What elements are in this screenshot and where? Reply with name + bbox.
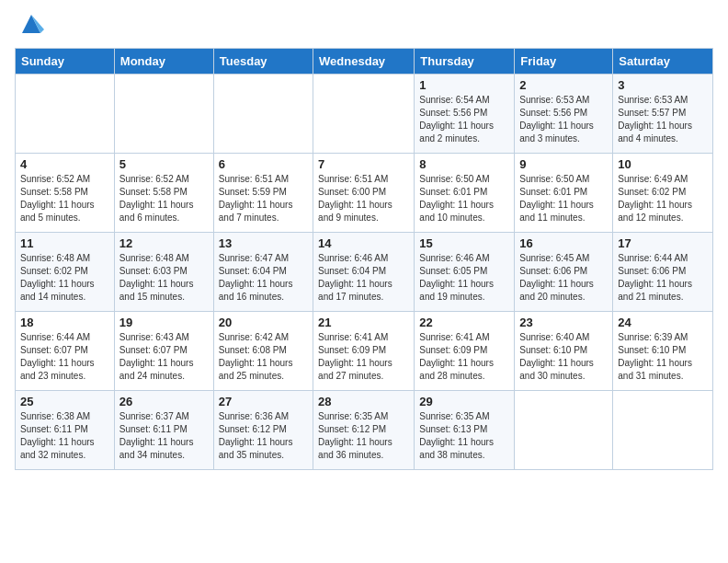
day-number: 29	[419, 395, 509, 408]
day-of-week-wednesday: Wednesday	[313, 49, 415, 75]
calendar-cell: 25Sunrise: 6:38 AM Sunset: 6:11 PM Dayli…	[16, 391, 115, 470]
day-number: 26	[119, 395, 209, 408]
logo-icon	[18, 11, 44, 37]
day-info: Sunrise: 6:52 AM Sunset: 5:58 PM Dayligh…	[119, 173, 209, 224]
day-number: 5	[119, 157, 209, 171]
day-number: 14	[318, 236, 409, 250]
calendar-week-row: 25Sunrise: 6:38 AM Sunset: 6:11 PM Dayli…	[16, 391, 713, 470]
day-of-week-monday: Monday	[114, 49, 213, 75]
day-info: Sunrise: 6:51 AM Sunset: 5:59 PM Dayligh…	[219, 173, 308, 224]
calendar-header-row: SundayMondayTuesdayWednesdayThursdayFrid…	[16, 49, 713, 75]
day-info: Sunrise: 6:42 AM Sunset: 6:08 PM Dayligh…	[219, 331, 308, 383]
day-number: 2	[519, 78, 608, 92]
day-info: Sunrise: 6:37 AM Sunset: 6:11 PM Dayligh…	[119, 410, 209, 462]
day-number: 15	[419, 236, 509, 250]
day-number: 3	[618, 78, 708, 92]
day-of-week-thursday: Thursday	[415, 49, 515, 75]
day-info: Sunrise: 6:35 AM Sunset: 6:13 PM Dayligh…	[419, 410, 509, 462]
day-info: Sunrise: 6:50 AM Sunset: 6:01 PM Dayligh…	[419, 173, 509, 224]
calendar-cell: 13Sunrise: 6:47 AM Sunset: 6:04 PM Dayli…	[213, 233, 313, 312]
day-info: Sunrise: 6:54 AM Sunset: 5:56 PM Dayligh…	[419, 94, 509, 145]
day-number: 19	[119, 316, 209, 329]
day-number: 21	[318, 316, 409, 329]
calendar-cell: 6Sunrise: 6:51 AM Sunset: 5:59 PM Daylig…	[213, 154, 313, 233]
day-info: Sunrise: 6:53 AM Sunset: 5:56 PM Dayligh…	[519, 94, 608, 145]
calendar-cell: 24Sunrise: 6:39 AM Sunset: 6:10 PM Dayli…	[613, 312, 713, 391]
day-number: 18	[20, 316, 109, 329]
day-info: Sunrise: 6:48 AM Sunset: 6:02 PM Dayligh…	[20, 252, 109, 304]
day-of-week-tuesday: Tuesday	[213, 49, 313, 75]
page-header	[15, 15, 713, 37]
calendar-cell: 4Sunrise: 6:52 AM Sunset: 5:58 PM Daylig…	[16, 154, 115, 233]
day-number: 12	[119, 236, 209, 250]
calendar-cell: 29Sunrise: 6:35 AM Sunset: 6:13 PM Dayli…	[415, 391, 515, 470]
calendar-cell: 14Sunrise: 6:46 AM Sunset: 6:04 PM Dayli…	[313, 233, 415, 312]
day-number: 4	[20, 157, 109, 171]
calendar-cell: 17Sunrise: 6:44 AM Sunset: 6:06 PM Dayli…	[613, 233, 713, 312]
calendar-cell: 7Sunrise: 6:51 AM Sunset: 6:00 PM Daylig…	[313, 154, 415, 233]
day-info: Sunrise: 6:35 AM Sunset: 6:12 PM Dayligh…	[318, 410, 409, 462]
day-info: Sunrise: 6:45 AM Sunset: 6:06 PM Dayligh…	[519, 252, 608, 304]
day-info: Sunrise: 6:43 AM Sunset: 6:07 PM Dayligh…	[119, 331, 209, 383]
day-number: 23	[519, 316, 608, 329]
calendar-cell: 26Sunrise: 6:37 AM Sunset: 6:11 PM Dayli…	[114, 391, 213, 470]
day-number: 9	[519, 157, 608, 171]
calendar-cell: 23Sunrise: 6:40 AM Sunset: 6:10 PM Dayli…	[515, 312, 613, 391]
calendar-cell	[16, 75, 115, 154]
day-number: 8	[419, 157, 509, 171]
day-number: 28	[318, 395, 409, 408]
day-of-week-friday: Friday	[515, 49, 613, 75]
day-number: 17	[618, 236, 708, 250]
calendar-week-row: 18Sunrise: 6:44 AM Sunset: 6:07 PM Dayli…	[16, 312, 713, 391]
logo	[15, 15, 44, 37]
calendar-cell: 12Sunrise: 6:48 AM Sunset: 6:03 PM Dayli…	[114, 233, 213, 312]
day-info: Sunrise: 6:44 AM Sunset: 6:06 PM Dayligh…	[618, 252, 708, 304]
calendar-cell	[313, 75, 415, 154]
calendar-table: SundayMondayTuesdayWednesdayThursdayFrid…	[15, 48, 713, 470]
calendar-cell: 1Sunrise: 6:54 AM Sunset: 5:56 PM Daylig…	[415, 75, 515, 154]
calendar-cell: 21Sunrise: 6:41 AM Sunset: 6:09 PM Dayli…	[313, 312, 415, 391]
day-number: 25	[20, 395, 109, 408]
day-info: Sunrise: 6:36 AM Sunset: 6:12 PM Dayligh…	[219, 410, 308, 462]
day-info: Sunrise: 6:39 AM Sunset: 6:10 PM Dayligh…	[618, 331, 708, 383]
calendar-cell	[114, 75, 213, 154]
day-number: 20	[219, 316, 308, 329]
day-number: 6	[219, 157, 308, 171]
calendar-cell: 9Sunrise: 6:50 AM Sunset: 6:01 PM Daylig…	[515, 154, 613, 233]
calendar-cell: 3Sunrise: 6:53 AM Sunset: 5:57 PM Daylig…	[613, 75, 713, 154]
calendar-cell: 18Sunrise: 6:44 AM Sunset: 6:07 PM Dayli…	[16, 312, 115, 391]
day-number: 22	[419, 316, 509, 329]
day-info: Sunrise: 6:48 AM Sunset: 6:03 PM Dayligh…	[119, 252, 209, 304]
day-number: 24	[618, 316, 708, 329]
day-number: 13	[219, 236, 308, 250]
day-info: Sunrise: 6:46 AM Sunset: 6:05 PM Dayligh…	[419, 252, 509, 304]
calendar-cell	[515, 391, 613, 470]
calendar-cell: 15Sunrise: 6:46 AM Sunset: 6:05 PM Dayli…	[415, 233, 515, 312]
day-info: Sunrise: 6:41 AM Sunset: 6:09 PM Dayligh…	[419, 331, 509, 383]
day-of-week-sunday: Sunday	[16, 49, 115, 75]
day-number: 11	[20, 236, 109, 250]
calendar-week-row: 1Sunrise: 6:54 AM Sunset: 5:56 PM Daylig…	[16, 75, 713, 154]
day-info: Sunrise: 6:50 AM Sunset: 6:01 PM Dayligh…	[519, 173, 608, 224]
day-info: Sunrise: 6:47 AM Sunset: 6:04 PM Dayligh…	[219, 252, 308, 304]
day-info: Sunrise: 6:44 AM Sunset: 6:07 PM Dayligh…	[20, 331, 109, 383]
day-info: Sunrise: 6:38 AM Sunset: 6:11 PM Dayligh…	[20, 410, 109, 462]
day-info: Sunrise: 6:41 AM Sunset: 6:09 PM Dayligh…	[318, 331, 409, 383]
day-info: Sunrise: 6:53 AM Sunset: 5:57 PM Dayligh…	[618, 94, 708, 145]
calendar-cell: 22Sunrise: 6:41 AM Sunset: 6:09 PM Dayli…	[415, 312, 515, 391]
day-info: Sunrise: 6:46 AM Sunset: 6:04 PM Dayligh…	[318, 252, 409, 304]
calendar-cell: 2Sunrise: 6:53 AM Sunset: 5:56 PM Daylig…	[515, 75, 613, 154]
day-number: 27	[219, 395, 308, 408]
day-of-week-saturday: Saturday	[613, 49, 713, 75]
calendar-cell: 8Sunrise: 6:50 AM Sunset: 6:01 PM Daylig…	[415, 154, 515, 233]
calendar-cell: 19Sunrise: 6:43 AM Sunset: 6:07 PM Dayli…	[114, 312, 213, 391]
calendar-cell: 11Sunrise: 6:48 AM Sunset: 6:02 PM Dayli…	[16, 233, 115, 312]
calendar-cell: 20Sunrise: 6:42 AM Sunset: 6:08 PM Dayli…	[213, 312, 313, 391]
calendar-cell	[613, 391, 713, 470]
calendar-cell: 10Sunrise: 6:49 AM Sunset: 6:02 PM Dayli…	[613, 154, 713, 233]
day-number: 7	[318, 157, 409, 171]
calendar-cell	[213, 75, 313, 154]
day-number: 16	[519, 236, 608, 250]
day-number: 1	[419, 78, 509, 92]
day-info: Sunrise: 6:40 AM Sunset: 6:10 PM Dayligh…	[519, 331, 608, 383]
